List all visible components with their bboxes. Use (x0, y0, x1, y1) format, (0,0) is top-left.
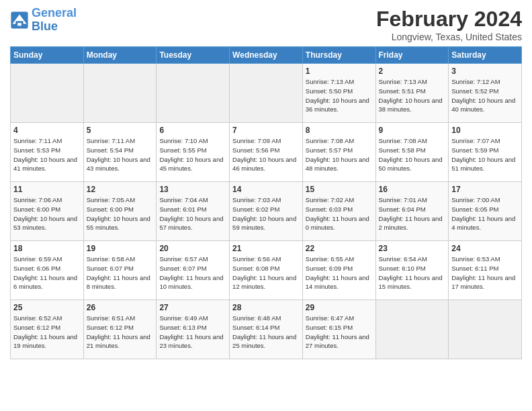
table-row: 28Sunrise: 6:48 AMSunset: 6:14 PMDayligh… (230, 300, 303, 359)
table-row: 19Sunrise: 6:58 AMSunset: 6:07 PMDayligh… (83, 241, 157, 300)
day-number: 21 (232, 244, 300, 253)
day-info: Sunrise: 6:49 AMSunset: 6:13 PMDaylight:… (159, 314, 226, 351)
table-row: 5Sunrise: 7:11 AMSunset: 5:54 PMDaylight… (83, 123, 157, 182)
day-info: Sunrise: 6:53 AMSunset: 6:11 PMDaylight:… (451, 255, 519, 291)
day-number: 12 (87, 185, 154, 194)
day-info: Sunrise: 6:59 AMSunset: 6:06 PMDaylight:… (13, 255, 81, 291)
col-thursday: Thursday (302, 47, 375, 64)
day-info: Sunrise: 7:12 AMSunset: 5:52 PMDaylight:… (451, 77, 519, 114)
day-info: Sunrise: 6:51 AMSunset: 6:12 PMDaylight:… (87, 314, 154, 351)
day-info: Sunrise: 7:03 AMSunset: 6:02 PMDaylight:… (232, 195, 300, 232)
table-row (230, 64, 303, 123)
day-info: Sunrise: 7:04 AMSunset: 6:01 PMDaylight:… (159, 195, 226, 232)
day-info: Sunrise: 6:52 AMSunset: 6:12 PMDaylight:… (13, 314, 81, 351)
logo-line2: Blue (32, 19, 58, 33)
day-number: 14 (232, 185, 300, 194)
table-row: 18Sunrise: 6:59 AMSunset: 6:06 PMDayligh… (11, 241, 84, 300)
main-title: February 2024 (376, 7, 522, 32)
day-number: 9 (379, 126, 446, 135)
calendar-header-row: Sunday Monday Tuesday Wednesday Thursday… (11, 47, 522, 64)
day-number: 22 (306, 244, 373, 253)
table-row: 29Sunrise: 6:47 AMSunset: 6:15 PMDayligh… (302, 300, 375, 359)
day-info: Sunrise: 7:09 AMSunset: 5:56 PMDaylight:… (232, 136, 300, 173)
day-number: 16 (379, 185, 446, 194)
day-info: Sunrise: 7:13 AMSunset: 5:51 PMDaylight:… (379, 77, 446, 114)
day-number: 29 (306, 303, 373, 312)
day-number: 2 (379, 66, 446, 76)
table-row: 15Sunrise: 7:02 AMSunset: 6:03 PMDayligh… (302, 182, 375, 241)
calendar-week-row: 1Sunrise: 7:13 AMSunset: 5:50 PMDaylight… (11, 64, 522, 123)
day-number: 18 (13, 244, 81, 253)
day-info: Sunrise: 6:56 AMSunset: 6:08 PMDaylight:… (232, 255, 300, 291)
day-info: Sunrise: 7:08 AMSunset: 5:58 PMDaylight:… (379, 136, 446, 173)
table-row: 26Sunrise: 6:51 AMSunset: 6:12 PMDayligh… (83, 300, 157, 359)
day-info: Sunrise: 7:08 AMSunset: 5:57 PMDaylight:… (306, 136, 373, 173)
day-info: Sunrise: 7:01 AMSunset: 6:04 PMDaylight:… (379, 195, 446, 232)
title-block: February 2024 Longview, Texas, United St… (376, 7, 522, 42)
day-number: 1 (306, 66, 373, 76)
logo: General Blue (10, 7, 77, 34)
table-row: 24Sunrise: 6:53 AMSunset: 6:11 PMDayligh… (449, 241, 522, 300)
calendar-week-row: 11Sunrise: 7:06 AMSunset: 6:00 PMDayligh… (11, 182, 522, 241)
day-info: Sunrise: 7:02 AMSunset: 6:03 PMDaylight:… (306, 195, 373, 232)
col-sunday: Sunday (11, 47, 84, 64)
table-row: 11Sunrise: 7:06 AMSunset: 6:00 PMDayligh… (11, 182, 84, 241)
table-row: 23Sunrise: 6:54 AMSunset: 6:10 PMDayligh… (375, 241, 449, 300)
table-row (11, 64, 84, 123)
table-row (449, 300, 522, 359)
day-number: 15 (306, 185, 373, 194)
table-row: 25Sunrise: 6:52 AMSunset: 6:12 PMDayligh… (11, 300, 84, 359)
day-info: Sunrise: 7:13 AMSunset: 5:50 PMDaylight:… (306, 77, 373, 114)
table-row: 17Sunrise: 7:00 AMSunset: 6:05 PMDayligh… (449, 182, 522, 241)
calendar-week-row: 18Sunrise: 6:59 AMSunset: 6:06 PMDayligh… (11, 241, 522, 300)
table-row: 21Sunrise: 6:56 AMSunset: 6:08 PMDayligh… (230, 241, 303, 300)
day-number: 23 (379, 244, 446, 253)
table-row: 22Sunrise: 6:55 AMSunset: 6:09 PMDayligh… (302, 241, 375, 300)
table-row: 3Sunrise: 7:12 AMSunset: 5:52 PMDaylight… (449, 64, 522, 123)
day-number: 10 (451, 126, 519, 135)
header: General Blue February 2024 Longview, Tex… (10, 7, 522, 42)
logo-icon (10, 11, 29, 30)
calendar-week-row: 4Sunrise: 7:11 AMSunset: 5:53 PMDaylight… (11, 123, 522, 182)
day-number: 20 (159, 244, 226, 253)
svg-rect-3 (17, 23, 21, 26)
table-row: 2Sunrise: 7:13 AMSunset: 5:51 PMDaylight… (375, 64, 449, 123)
table-row: 10Sunrise: 7:07 AMSunset: 5:59 PMDayligh… (449, 123, 522, 182)
table-row: 9Sunrise: 7:08 AMSunset: 5:58 PMDaylight… (375, 123, 449, 182)
day-number: 27 (159, 303, 226, 312)
table-row: 1Sunrise: 7:13 AMSunset: 5:50 PMDaylight… (302, 64, 375, 123)
day-info: Sunrise: 7:10 AMSunset: 5:55 PMDaylight:… (159, 136, 226, 173)
table-row: 8Sunrise: 7:08 AMSunset: 5:57 PMDaylight… (302, 123, 375, 182)
col-friday: Friday (375, 47, 449, 64)
table-row (157, 64, 230, 123)
table-row: 13Sunrise: 7:04 AMSunset: 6:01 PMDayligh… (157, 182, 230, 241)
day-number: 25 (13, 303, 81, 312)
day-number: 13 (159, 185, 226, 194)
day-info: Sunrise: 7:11 AMSunset: 5:53 PMDaylight:… (13, 136, 81, 173)
table-row: 6Sunrise: 7:10 AMSunset: 5:55 PMDaylight… (157, 123, 230, 182)
day-info: Sunrise: 7:05 AMSunset: 6:00 PMDaylight:… (87, 195, 154, 232)
calendar-table: Sunday Monday Tuesday Wednesday Thursday… (10, 46, 522, 359)
day-info: Sunrise: 6:48 AMSunset: 6:14 PMDaylight:… (232, 314, 300, 351)
day-number: 7 (232, 126, 300, 135)
table-row: 4Sunrise: 7:11 AMSunset: 5:53 PMDaylight… (11, 123, 84, 182)
col-tuesday: Tuesday (157, 47, 230, 64)
logo-text: General Blue (32, 7, 77, 34)
day-number: 17 (451, 185, 519, 194)
day-number: 24 (451, 244, 519, 253)
table-row: 7Sunrise: 7:09 AMSunset: 5:56 PMDaylight… (230, 123, 303, 182)
day-number: 8 (306, 126, 373, 135)
day-number: 4 (13, 126, 81, 135)
day-number: 26 (87, 303, 154, 312)
day-info: Sunrise: 6:57 AMSunset: 6:07 PMDaylight:… (159, 255, 226, 291)
day-info: Sunrise: 7:11 AMSunset: 5:54 PMDaylight:… (87, 136, 154, 173)
day-info: Sunrise: 7:07 AMSunset: 5:59 PMDaylight:… (451, 136, 519, 173)
logo-line1: General (32, 6, 77, 19)
col-wednesday: Wednesday (230, 47, 303, 64)
calendar-week-row: 25Sunrise: 6:52 AMSunset: 6:12 PMDayligh… (11, 300, 522, 359)
table-row: 27Sunrise: 6:49 AMSunset: 6:13 PMDayligh… (157, 300, 230, 359)
day-number: 11 (13, 185, 81, 194)
day-info: Sunrise: 6:58 AMSunset: 6:07 PMDaylight:… (87, 255, 154, 291)
sub-title: Longview, Texas, United States (376, 32, 522, 42)
day-info: Sunrise: 6:54 AMSunset: 6:10 PMDaylight:… (379, 255, 446, 291)
